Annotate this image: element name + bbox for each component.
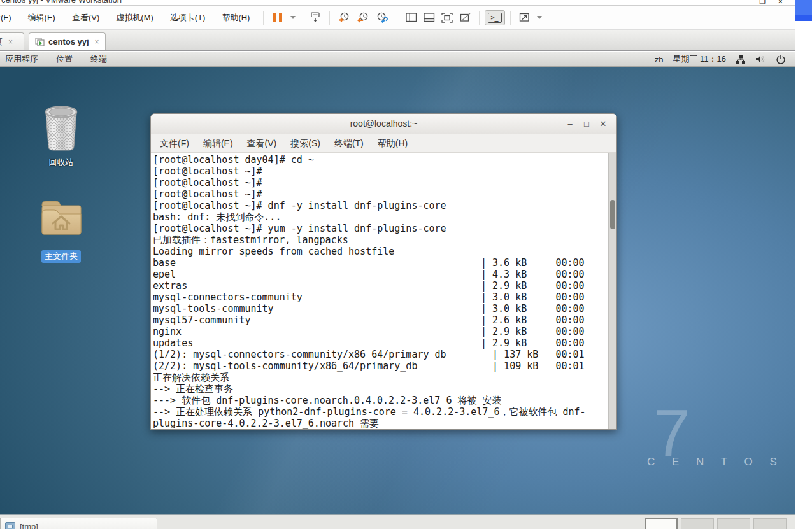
terminal-line: ---> 软件包 dnf-plugins-core.noarch.0.4.0.2… — [153, 395, 616, 406]
terminal-titlebar[interactable]: root@localhost:~ – □ ✕ — [151, 114, 616, 134]
clock-revert-icon — [357, 12, 369, 23]
terminal-line: [root@localhost day04]# cd ~ — [153, 154, 616, 166]
show-library-button[interactable] — [402, 10, 420, 25]
power-icon[interactable] — [776, 54, 786, 64]
suspend-button[interactable] — [269, 10, 287, 25]
vmware-menubar: 文件(F) 编辑(E) 查看(V) 虚拟机(M) 选项卡(T) 帮助(H) — [0, 6, 795, 30]
desktop-icon-home[interactable]: 主文件夹 — [32, 196, 90, 263]
gnome-top-panel: 应用程序 位置 终端 zh 星期三 11：16 — [0, 52, 795, 67]
toolbar-separator — [510, 11, 511, 25]
terminal-menu-item[interactable]: 文件(F) — [153, 134, 196, 152]
icon-label: 回收站 — [46, 156, 77, 169]
background-window-strip — [795, 0, 812, 529]
terminal-line: plugins-core-4.0.2.2-3.el7_6.noarch 需要 — [153, 418, 616, 429]
menu-item[interactable]: 文件(F) — [0, 6, 20, 29]
terminal-window: root@localhost:~ – □ ✕ 文件(F) 编辑(E) 查看(V)… — [150, 113, 617, 430]
terminal-scrollbar[interactable] — [608, 153, 616, 429]
terminal-line: mysql-tools-community| 3.0 kB 00:00 — [153, 303, 616, 314]
vmware-toolbar: >_ — [258, 10, 541, 25]
fullscreen-view-button[interactable] — [438, 10, 456, 25]
terminal-menu-item[interactable]: 搜索(S) — [283, 134, 327, 152]
terminal-menu-item[interactable]: 终端(T) — [327, 134, 371, 152]
unity-disabled-icon — [459, 13, 471, 23]
fullscreen-brackets-icon — [441, 13, 453, 23]
vmware-window-title: centos yyj - VMware Workstation — [1, 0, 122, 4]
toolbar-separator — [263, 11, 264, 25]
manage-snapshots-button[interactable] — [373, 10, 392, 25]
panel-clock[interactable]: 星期三 11：16 — [673, 53, 726, 65]
chevron-down-icon[interactable] — [290, 16, 296, 19]
terminal-line: Loading mirror speeds from cached hostfi… — [153, 246, 616, 257]
close-icon[interactable]: ✕ — [778, 0, 783, 6]
tab-home-label: 主页 — [0, 36, 3, 48]
terminal-line: --> 正在检查事务 — [153, 383, 616, 395]
workspace-cell[interactable] — [681, 518, 714, 529]
terminal-body[interactable]: [root@localhost day04]# cd ~ [root@local… — [151, 153, 616, 429]
guest-screen: 应用程序 位置 终端 zh 星期三 11：16 — [0, 52, 795, 529]
terminal-menu-item[interactable]: 编辑(E) — [196, 134, 240, 152]
terminal-close-button[interactable]: ✕ — [595, 114, 611, 134]
tab-close-icon[interactable]: × — [95, 38, 99, 46]
terminal-line: (2/2): mysql-tools-community/x86_64/prim… — [153, 360, 616, 372]
taskbar-window-button[interactable]: [tmp] — [0, 518, 157, 529]
panel-menu-item[interactable]: 终端 — [82, 52, 116, 66]
menu-item[interactable]: 编辑(E) — [20, 6, 64, 29]
terminal-output: [root@localhost day04]# cd ~ [root@local… — [153, 154, 616, 429]
tab-centos-vm[interactable]: centos yyj × — [29, 32, 106, 50]
terminal-line: [root@localhost ~]# — [153, 188, 616, 200]
console-view-button[interactable]: >_ — [485, 10, 504, 25]
toolbar-separator — [329, 11, 330, 25]
chevron-down-icon[interactable] — [537, 16, 542, 19]
terminal-maximize-button[interactable]: □ — [578, 114, 595, 134]
scrollbar-thumb[interactable] — [610, 200, 615, 229]
tab-home[interactable]: 主页 × — [0, 32, 24, 50]
ctrl-alt-del-button[interactable] — [306, 10, 324, 25]
show-thumbnail-bar-button[interactable] — [420, 10, 438, 25]
vmware-titlebar[interactable]: centos yyj - VMware Workstation ❐ ✕ — [0, 0, 795, 6]
ctrl-alt-del-icon — [310, 12, 321, 23]
terminal-line: mysql57-community| 2.6 kB 00:00 — [153, 314, 616, 326]
volume-icon[interactable] — [755, 55, 766, 64]
maximize-icon[interactable]: ❐ — [759, 0, 766, 6]
terminal-line: --> 正在处理依赖关系 python2-dnf-plugins-core = … — [153, 406, 616, 418]
unity-mode-button[interactable] — [456, 10, 474, 25]
menu-item[interactable]: 帮助(H) — [213, 6, 258, 29]
input-language-indicator[interactable]: zh — [655, 55, 664, 64]
menu-item[interactable]: 选项卡(T) — [162, 6, 214, 29]
desktop-icon-trash[interactable]: 回收站 — [32, 103, 90, 169]
network-icon[interactable] — [736, 55, 746, 64]
enter-fullscreen-button[interactable] — [516, 10, 533, 25]
terminal-line: mysql-connectors-community| 3.0 kB 00:00 — [153, 292, 616, 303]
terminal-line: [root@localhost ~]# — [153, 177, 616, 188]
vmware-menus: 文件(F) 编辑(E) 查看(V) 虚拟机(M) 选项卡(T) 帮助(H) — [0, 6, 258, 29]
terminal-line: [root@localhost ~]# — [153, 166, 616, 177]
library-panel-icon — [406, 13, 417, 22]
terminal-line: updates| 2.9 kB 00:00 — [153, 337, 616, 349]
workspace-cell[interactable] — [645, 518, 678, 529]
menu-item[interactable]: 虚拟机(M) — [108, 6, 162, 29]
terminal-minimize-button[interactable]: – — [562, 114, 578, 134]
workspace-cell[interactable] — [717, 518, 750, 529]
terminal-menubar: 文件(F) 编辑(E) 查看(V) 搜索(S) 终端(T) 帮助(H) — [151, 134, 616, 153]
vmware-tabstrip: 主页 × centos yyj × — [0, 30, 795, 51]
tab-close-icon[interactable]: × — [8, 38, 13, 46]
pause-icon — [273, 13, 282, 22]
panel-menu-item[interactable]: 应用程序 — [0, 52, 47, 66]
terminal-line: (1/2): mysql-connectors-community/x86_64… — [153, 349, 616, 360]
terminal-menu-item[interactable]: 帮助(H) — [371, 134, 415, 152]
revert-snapshot-button[interactable] — [353, 10, 373, 25]
terminal-line: 正在解决依赖关系 — [153, 372, 616, 383]
terminal-title: root@localhost:~ — [350, 118, 418, 129]
workspace-cell[interactable] — [753, 518, 787, 529]
blue-accent-block — [795, 15, 812, 21]
workspace-switcher — [645, 518, 787, 529]
icon-label: 主文件夹 — [41, 250, 81, 263]
blue-accent-block — [795, 0, 812, 15]
taskbar-window-label: [tmp] — [20, 518, 38, 529]
clock-wrench-icon — [376, 12, 388, 23]
terminal-menu-item[interactable]: 查看(V) — [240, 134, 284, 152]
take-snapshot-button[interactable] — [335, 10, 353, 25]
menu-item[interactable]: 查看(V) — [64, 6, 108, 29]
panel-menu-item[interactable]: 位置 — [47, 52, 82, 66]
window-list-taskbar: [root@localhost:~] [root@localhost:~] ro… — [0, 514, 795, 529]
